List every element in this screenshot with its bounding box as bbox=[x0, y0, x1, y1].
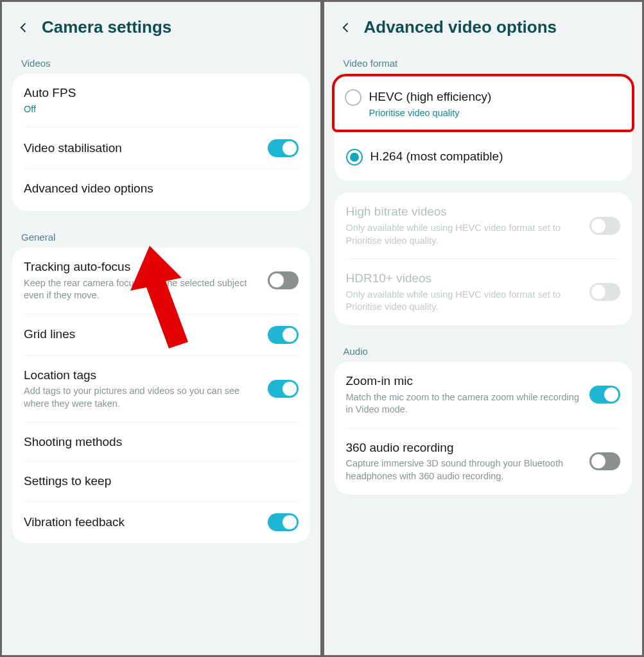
grid-lines-row[interactable]: Grid lines bbox=[24, 314, 299, 356]
360-audio-sub: Capture immersive 3D sound through your … bbox=[346, 457, 581, 482]
grid-lines-title: Grid lines bbox=[24, 327, 259, 343]
zoom-in-mic-toggle[interactable] bbox=[589, 386, 620, 404]
vibration-feedback-row[interactable]: Vibration feedback bbox=[24, 502, 299, 543]
advanced-video-options-screen: Advanced video options Video format HEVC… bbox=[322, 0, 645, 657]
tracking-auto-focus-sub: Keep the rear camera focused on the sele… bbox=[24, 277, 259, 302]
zoom-in-mic-sub: Match the mic zoom to the camera zoom wh… bbox=[346, 391, 581, 416]
videos-card: Auto FPS Off Video stabilisation Advance… bbox=[12, 74, 310, 211]
section-label-videos: Videos bbox=[2, 49, 320, 74]
auto-fps-row[interactable]: Auto FPS Off bbox=[24, 74, 299, 128]
video-stabilisation-toggle[interactable] bbox=[268, 139, 299, 157]
hdr10-title: HDR10+ videos bbox=[346, 271, 581, 287]
hevc-option-row[interactable]: HEVC (high efficiency) Prioritise video … bbox=[335, 76, 632, 130]
location-tags-row[interactable]: Location tags Add tags to your pictures … bbox=[24, 356, 299, 423]
hdr10-sub: Only available while using HEVC video fo… bbox=[346, 289, 581, 314]
shooting-methods-title: Shooting methods bbox=[24, 434, 299, 450]
tracking-auto-focus-row[interactable]: Tracking auto-focus Keep the rear camera… bbox=[24, 248, 299, 314]
video-stabilisation-title: Video stabilisation bbox=[24, 141, 259, 157]
auto-fps-title: Auto FPS bbox=[24, 85, 299, 101]
section-label-audio: Audio bbox=[324, 337, 643, 362]
high-bitrate-row: High bitrate videos Only available while… bbox=[346, 192, 621, 259]
location-tags-sub: Add tags to your pictures and videos so … bbox=[24, 385, 259, 410]
video-format-card: H.264 (most compatible) bbox=[335, 133, 632, 181]
tracking-auto-focus-toggle[interactable] bbox=[268, 271, 299, 289]
h264-option-row[interactable]: H.264 (most compatible) bbox=[346, 133, 621, 181]
video-stabilisation-row[interactable]: Video stabilisation bbox=[24, 128, 299, 169]
high-bitrate-sub: Only available while using HEVC video fo… bbox=[346, 222, 581, 247]
header: Advanced video options bbox=[324, 2, 643, 49]
page-title: Camera settings bbox=[42, 17, 171, 37]
section-label-video-format: Video format bbox=[324, 49, 643, 74]
hdr10-row: HDR10+ videos Only available while using… bbox=[346, 259, 621, 325]
location-tags-title: Location tags bbox=[24, 368, 259, 384]
advanced-video-options-title: Advanced video options bbox=[24, 181, 299, 197]
vibration-feedback-title: Vibration feedback bbox=[24, 515, 259, 531]
back-icon[interactable] bbox=[17, 21, 30, 34]
quality-card: High bitrate videos Only available while… bbox=[335, 192, 632, 325]
general-card: Tracking auto-focus Keep the rear camera… bbox=[12, 248, 310, 543]
360-audio-toggle[interactable] bbox=[589, 452, 620, 470]
h264-radio[interactable] bbox=[346, 149, 363, 166]
audio-card: Zoom-in mic Match the mic zoom to the ca… bbox=[335, 362, 632, 495]
high-bitrate-title: High bitrate videos bbox=[346, 204, 581, 220]
h264-title: H.264 (most compatible) bbox=[370, 149, 621, 165]
auto-fps-value: Off bbox=[24, 103, 299, 116]
hevc-sub: Prioritise video quality bbox=[369, 107, 622, 120]
hevc-title: HEVC (high efficiency) bbox=[369, 89, 622, 105]
hevc-radio[interactable] bbox=[345, 89, 361, 106]
page-title: Advanced video options bbox=[364, 17, 557, 37]
360-audio-row[interactable]: 360 audio recording Capture immersive 3D… bbox=[346, 429, 621, 495]
shooting-methods-row[interactable]: Shooting methods bbox=[24, 423, 299, 463]
settings-to-keep-row[interactable]: Settings to keep bbox=[24, 462, 299, 502]
zoom-in-mic-title: Zoom-in mic bbox=[346, 373, 581, 389]
zoom-in-mic-row[interactable]: Zoom-in mic Match the mic zoom to the ca… bbox=[346, 362, 621, 429]
settings-to-keep-title: Settings to keep bbox=[24, 474, 299, 490]
grid-lines-toggle[interactable] bbox=[268, 326, 299, 344]
section-label-general: General bbox=[2, 223, 320, 248]
location-tags-toggle[interactable] bbox=[268, 380, 299, 398]
camera-settings-screen: Camera settings Videos Auto FPS Off Vide… bbox=[0, 0, 322, 657]
tracking-auto-focus-title: Tracking auto-focus bbox=[24, 259, 259, 275]
back-icon[interactable] bbox=[340, 21, 352, 34]
advanced-video-options-row[interactable]: Advanced video options bbox=[24, 169, 299, 211]
360-audio-title: 360 audio recording bbox=[346, 440, 581, 456]
header: Camera settings bbox=[2, 2, 320, 49]
high-bitrate-toggle bbox=[589, 217, 620, 235]
annotation-highlight: HEVC (high efficiency) Prioritise video … bbox=[332, 74, 635, 132]
vibration-feedback-toggle[interactable] bbox=[268, 513, 299, 531]
hdr10-toggle bbox=[589, 283, 620, 301]
